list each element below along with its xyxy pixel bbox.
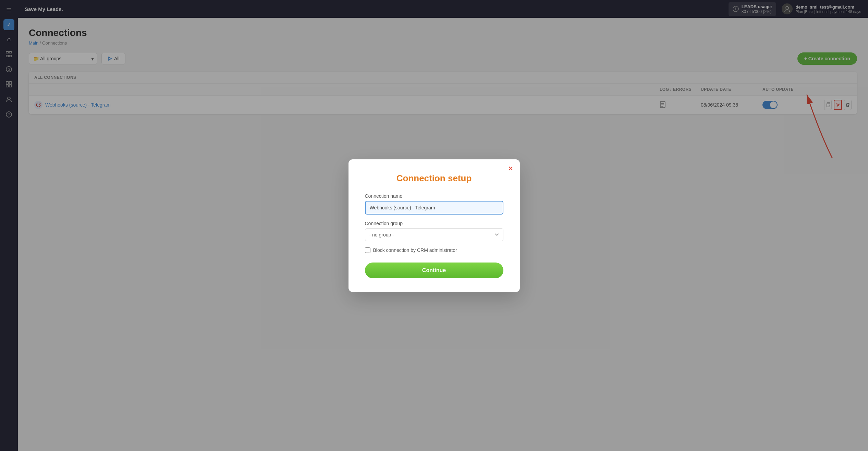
conn-name-input[interactable] [365, 201, 503, 215]
block-connection-checkbox[interactable] [365, 247, 370, 253]
continue-button[interactable]: Continue [365, 263, 503, 278]
conn-name-label: Connection name [365, 193, 503, 199]
connection-setup-modal: × Connection setup Connection name Conne… [349, 159, 520, 292]
block-connection-row: Block connection by CRM administrator [365, 247, 503, 253]
conn-group-label: Connection group [365, 221, 503, 226]
modal-overlay: × Connection setup Connection name Conne… [0, 0, 868, 451]
conn-group-select[interactable]: - no group - Group 1 Group 2 [365, 228, 503, 241]
modal-title: Connection setup [365, 173, 503, 184]
modal-close-button[interactable]: × [509, 165, 513, 172]
block-connection-label: Block connection by CRM administrator [373, 247, 457, 253]
